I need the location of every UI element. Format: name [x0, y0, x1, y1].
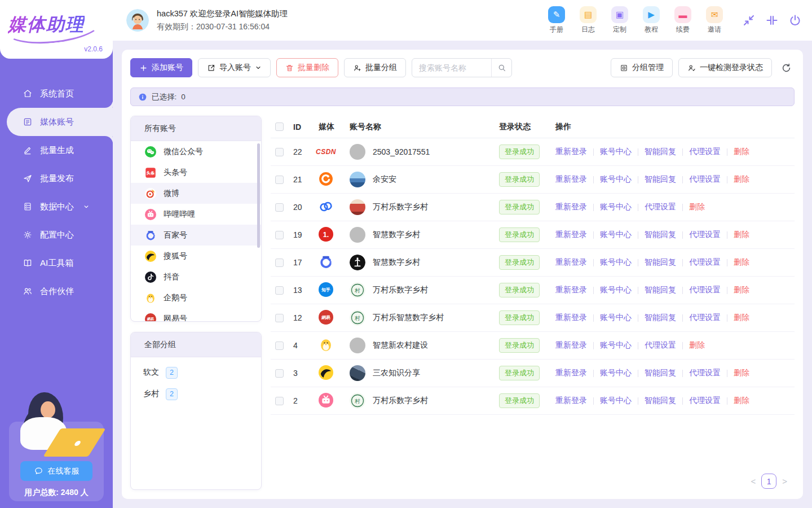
relogin-action[interactable]: 重新登录 [555, 230, 587, 240]
sidebar-item-pencil[interactable]: 批量生成 [0, 136, 113, 164]
group-item[interactable]: 乡村 2 [131, 383, 261, 405]
add-account-button[interactable]: 添加账号 [130, 58, 192, 77]
sidebar-item-gear[interactable]: 配置中心 [0, 221, 113, 249]
page-number[interactable]: 1 [761, 474, 776, 489]
group-item[interactable]: 软文 2 [131, 362, 261, 383]
batch-group-button[interactable]: 批量分组 [344, 58, 406, 77]
quick-tutorial[interactable]: ▶ 教程 [643, 6, 660, 34]
proxy-settings-action[interactable]: 代理设置 [645, 340, 676, 351]
account-center-action[interactable]: 账号中心 [600, 313, 632, 323]
media-type-douyin[interactable]: 抖音 [131, 266, 261, 287]
online-service-button[interactable]: 在线客服 [20, 461, 92, 481]
row-checkbox[interactable] [275, 259, 284, 267]
power-icon[interactable] [788, 14, 802, 27]
smart-reply-action[interactable]: 智能回复 [645, 147, 676, 157]
row-checkbox[interactable] [275, 286, 284, 295]
proxy-settings-action[interactable]: 代理设置 [689, 230, 721, 240]
row-checkbox[interactable] [275, 369, 284, 378]
delete-action[interactable]: 删除 [689, 202, 705, 212]
row-checkbox[interactable] [275, 397, 284, 405]
batch-delete-button[interactable]: 批量删除 [276, 58, 338, 77]
relogin-action[interactable]: 重新登录 [555, 285, 587, 295]
delete-action[interactable]: 删除 [734, 230, 749, 240]
refresh-button[interactable] [778, 59, 795, 76]
sidebar-item-send[interactable]: 批量发布 [0, 164, 113, 192]
delete-action[interactable]: 删除 [734, 257, 749, 268]
proxy-settings-action[interactable]: 代理设置 [689, 285, 721, 295]
delete-action[interactable]: 删除 [734, 285, 749, 295]
smart-reply-action[interactable]: 智能回复 [645, 230, 676, 240]
proxy-settings-action[interactable]: 代理设置 [645, 202, 676, 212]
collapse-panel-icon[interactable] [765, 14, 779, 27]
smart-reply-action[interactable]: 智能回复 [645, 368, 676, 378]
smart-reply-action[interactable]: 智能回复 [645, 285, 676, 295]
user-avatar[interactable] [126, 9, 149, 32]
sidebar-item-database[interactable]: 数据中心 [0, 192, 113, 221]
relogin-action[interactable]: 重新登录 [555, 257, 587, 268]
smart-reply-action[interactable]: 智能回复 [645, 174, 676, 185]
proxy-settings-action[interactable]: 代理设置 [689, 313, 721, 323]
media-type-netease[interactable]: 網易网易号 [131, 308, 261, 322]
row-checkbox[interactable] [275, 176, 284, 184]
media-type-baijiahao[interactable]: 百家号 [131, 225, 261, 246]
search-input[interactable] [412, 63, 491, 72]
smart-reply-action[interactable]: 智能回复 [645, 313, 676, 323]
delete-action[interactable]: 删除 [734, 147, 749, 157]
sidebar-item-book[interactable]: AI工具箱 [0, 249, 113, 277]
quick-manual[interactable]: ✎ 手册 [548, 6, 565, 34]
account-center-action[interactable]: 账号中心 [600, 202, 632, 212]
sidebar-item-partners[interactable]: 合作伙伴 [0, 277, 113, 305]
sidebar-item-home[interactable]: 系统首页 [0, 80, 113, 108]
media-type-toutiao[interactable]: 头条头条号 [131, 162, 261, 183]
delete-action[interactable]: 删除 [734, 368, 749, 378]
row-checkbox[interactable] [275, 203, 284, 212]
scrollbar-thumb[interactable] [257, 143, 260, 248]
exit-fullscreen-icon[interactable] [742, 14, 756, 27]
select-all-checkbox[interactable] [275, 122, 284, 131]
delete-action[interactable]: 删除 [734, 174, 749, 185]
media-type-sohu[interactable]: 搜狐号 [131, 246, 261, 266]
media-type-bilibili[interactable]: 哔哩哔哩 [131, 204, 261, 225]
smart-reply-action[interactable]: 智能回复 [645, 257, 676, 268]
relogin-action[interactable]: 重新登录 [555, 368, 587, 378]
quick-logs[interactable]: ▤ 日志 [580, 6, 597, 34]
media-type-weibo[interactable]: 微博 [131, 183, 261, 204]
row-checkbox[interactable] [275, 341, 284, 350]
proxy-settings-action[interactable]: 代理设置 [689, 368, 721, 378]
delete-action[interactable]: 删除 [689, 340, 705, 351]
quick-renew[interactable]: ▬ 续费 [674, 6, 691, 34]
delete-action[interactable]: 删除 [734, 313, 749, 323]
relogin-action[interactable]: 重新登录 [555, 396, 587, 406]
proxy-settings-action[interactable]: 代理设置 [689, 396, 721, 406]
import-account-button[interactable]: 导入账号 [198, 58, 271, 77]
account-center-action[interactable]: 账号中心 [600, 147, 632, 157]
row-checkbox[interactable] [275, 148, 284, 156]
prev-page-arrow[interactable]: < [751, 476, 756, 486]
check-login-button[interactable]: 一键检测登录状态 [678, 58, 772, 77]
account-center-action[interactable]: 账号中心 [600, 340, 632, 351]
proxy-settings-action[interactable]: 代理设置 [689, 257, 721, 268]
account-center-action[interactable]: 账号中心 [600, 396, 632, 406]
relogin-action[interactable]: 重新登录 [555, 202, 587, 212]
media-type-wechat[interactable]: 微信公众号 [131, 141, 261, 162]
delete-action[interactable]: 删除 [734, 396, 749, 406]
group-manage-button[interactable]: 分组管理 [611, 58, 673, 77]
row-checkbox[interactable] [275, 231, 284, 239]
quick-invite[interactable]: ✉ 邀请 [706, 6, 723, 34]
account-center-action[interactable]: 账号中心 [600, 230, 632, 240]
relogin-action[interactable]: 重新登录 [555, 340, 587, 351]
sidebar-item-media[interactable]: 媒体账号 [7, 108, 113, 136]
media-type-qiehao[interactable]: 企鹅号 [131, 287, 261, 308]
relogin-action[interactable]: 重新登录 [555, 147, 587, 157]
proxy-settings-action[interactable]: 代理设置 [689, 147, 721, 157]
next-page-arrow[interactable]: > [782, 476, 787, 486]
row-checkbox[interactable] [275, 314, 284, 322]
account-center-action[interactable]: 账号中心 [600, 174, 632, 185]
proxy-settings-action[interactable]: 代理设置 [689, 174, 721, 185]
quick-custom[interactable]: ▣ 定制 [611, 6, 628, 34]
account-center-action[interactable]: 账号中心 [600, 368, 632, 378]
relogin-action[interactable]: 重新登录 [555, 174, 587, 185]
relogin-action[interactable]: 重新登录 [555, 313, 587, 323]
smart-reply-action[interactable]: 智能回复 [645, 396, 676, 406]
search-button[interactable] [491, 58, 511, 77]
